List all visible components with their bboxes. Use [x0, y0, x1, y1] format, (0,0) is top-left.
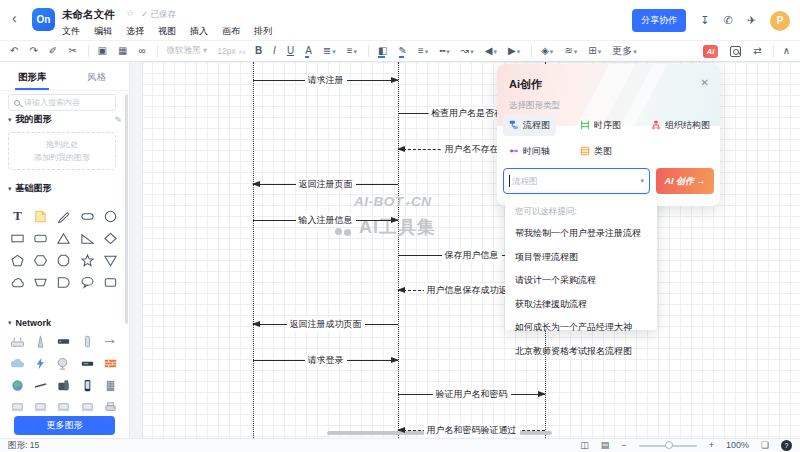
network-section[interactable]: ▾ Network [8, 318, 122, 328]
sequence-message[interactable]: 输入注册信息 [253, 220, 398, 221]
app-logo[interactable]: On [32, 8, 55, 31]
help-button[interactable]: ? [781, 440, 792, 451]
shape-d-shape-icon[interactable] [52, 271, 75, 293]
search-input[interactable]: 请输入搜索内容 [8, 94, 116, 111]
sequence-message[interactable]: 用户名和密码验证通过 [398, 430, 545, 431]
zoom-in-icon[interactable]: + [709, 441, 714, 450]
collapse-toolbar-icon[interactable]: ∧ [783, 46, 790, 56]
chevron-down-icon[interactable]: ▾ [640, 177, 644, 185]
shape-cable-icon[interactable] [29, 374, 52, 396]
zoom-out-icon[interactable]: − [621, 441, 626, 450]
zoom-slider[interactable] [639, 445, 697, 447]
more-shapes-button[interactable]: 更多图形 [14, 416, 115, 435]
shape-mobile-phone-icon[interactable] [76, 374, 99, 396]
sequence-message[interactable]: 验证用户名和密码 [398, 394, 545, 395]
shape-right-triangle-icon[interactable] [76, 227, 99, 249]
menu-file[interactable]: 文件 [62, 25, 80, 38]
italic-icon[interactable]: I [273, 46, 276, 56]
lifeline-1[interactable] [253, 62, 254, 438]
menu-edit[interactable]: 编辑 [94, 25, 112, 38]
ai-button[interactable]: AI [703, 45, 719, 58]
arrow-end-icon[interactable]: ▶▾ [508, 46, 520, 57]
menu-view[interactable]: 视图 [158, 25, 176, 38]
ai-suggestion-item[interactable]: 项目管理流程图 [515, 251, 647, 264]
shape-desk-phone-icon[interactable] [52, 374, 75, 396]
shape-server-icon[interactable] [52, 330, 75, 352]
link-icon[interactable]: ∞ [138, 46, 145, 56]
shape-sticky-note-icon[interactable] [29, 205, 52, 227]
shape-callout-icon[interactable] [76, 271, 99, 293]
fullscreen-icon[interactable]: ❏ [761, 441, 769, 450]
share-collab-button[interactable]: 分享协作 [632, 9, 686, 32]
more-menu[interactable]: 更多▾ [612, 46, 637, 57]
undo-icon[interactable]: ↶ [10, 46, 18, 56]
shape-antenna-tower-icon[interactable] [29, 330, 52, 352]
zoom-slider-thumb[interactable] [665, 441, 673, 449]
shape-rack-server-icon[interactable] [76, 352, 99, 374]
shape-tower-server-icon[interactable] [76, 330, 99, 352]
tab-shape-library[interactable]: 图形库 [0, 62, 65, 90]
shape-arrow-icon[interactable] [99, 330, 122, 352]
shape-lightning-icon[interactable] [29, 352, 52, 374]
ai-suggestion-item[interactable]: 如何成长为一个产品经理大神 [515, 321, 647, 334]
shape-dropzone[interactable]: 拖到此处 添加到我的图形 [8, 132, 116, 170]
zoom-level[interactable]: 100% [726, 441, 749, 450]
find-replace-icon[interactable] [730, 46, 741, 57]
shape-triangle-icon[interactable] [52, 227, 75, 249]
tab-style[interactable]: 风格 [65, 62, 130, 90]
avatar[interactable]: P [770, 11, 790, 31]
ai-suggestion-item[interactable]: 获取法律援助流程 [515, 298, 647, 311]
shape-hexagon-icon[interactable] [29, 249, 52, 271]
shape-firewall-icon[interactable] [99, 352, 122, 374]
text-align-icon[interactable]: ≡▾ [347, 46, 357, 57]
layers-icon[interactable]: ◈▾ [541, 46, 553, 57]
shape-inverted-triangle-icon[interactable] [99, 249, 122, 271]
shape-rectangle-icon[interactable] [6, 227, 29, 249]
shape-rounded-rectangle-icon[interactable] [29, 227, 52, 249]
shape-rounded-rectangle-2-icon[interactable] [99, 271, 122, 293]
diagram-type-org[interactable]: 组织结构图 [645, 115, 716, 136]
sidebar-scrollbar[interactable] [125, 94, 128, 324]
menu-canvas[interactable]: 画布 [222, 25, 240, 38]
shape-building-icon[interactable] [99, 374, 122, 396]
my-shapes-section[interactable]: ▾ 我的图形 ✎ [8, 113, 122, 126]
menu-select[interactable]: 选择 [126, 25, 144, 38]
ai-suggestion-item[interactable]: 帮我绘制一个用户登录注册流程 [515, 227, 647, 240]
lifeline-2[interactable] [398, 62, 399, 438]
shape-trapezoid-icon[interactable] [29, 271, 52, 293]
shape-cloud-icon[interactable] [6, 352, 29, 374]
shape-globe-icon[interactable] [6, 374, 29, 396]
close-icon[interactable]: ✕ [701, 77, 709, 88]
arrow-start-icon[interactable]: ◀▾ [485, 46, 497, 57]
diagram-type-flowchart[interactable]: 流程图 [503, 115, 556, 136]
font-family-select[interactable]: 微软雅黑 ▾ [167, 45, 208, 57]
pages-icon[interactable]: ◫ [580, 441, 589, 450]
connector-type-icon[interactable]: ↝▾ [461, 46, 474, 57]
shape-octagon-icon[interactable] [52, 249, 75, 271]
download-icon[interactable]: ↧ [700, 14, 709, 27]
shape-circle-icon[interactable] [99, 205, 122, 227]
fill-color-icon[interactable]: ◧ [378, 46, 387, 56]
clear-format-icon[interactable]: ✂ [68, 46, 76, 56]
menu-insert[interactable]: 插入 [190, 25, 208, 38]
diagram-type-timeline[interactable]: 时间轴 [503, 141, 556, 162]
ai-prompt-input[interactable] [503, 168, 650, 194]
stroke-color-icon[interactable]: ✎ [399, 46, 407, 56]
line-width-icon[interactable]: ≡▾ [418, 46, 428, 57]
menu-arrange[interactable]: 排列 [254, 25, 272, 38]
favorite-star-icon[interactable]: ☆ [126, 8, 134, 18]
shape-pentagon-icon[interactable] [6, 249, 29, 271]
shape-diamond-icon[interactable] [99, 227, 122, 249]
table-icon[interactable]: ⊞▾ [588, 46, 601, 57]
shape-wireless-router-icon[interactable] [6, 330, 29, 352]
shape-satellite-icon[interactable] [52, 352, 75, 374]
shape-pill-icon[interactable] [76, 205, 99, 227]
send-icon[interactable]: ✈ [747, 14, 756, 27]
sequence-message[interactable]: 请求注册 [253, 80, 398, 81]
image-icon[interactable]: ▦ [118, 46, 127, 56]
diagram-type-class[interactable]: 类图 [574, 141, 618, 162]
underline-icon[interactable]: U [287, 46, 294, 56]
ai-suggestion-item[interactable]: 请设计一个采购流程 [515, 274, 647, 287]
line-style-icon[interactable]: ╍▾ [439, 46, 450, 57]
shape-text-icon[interactable]: T [6, 205, 29, 227]
